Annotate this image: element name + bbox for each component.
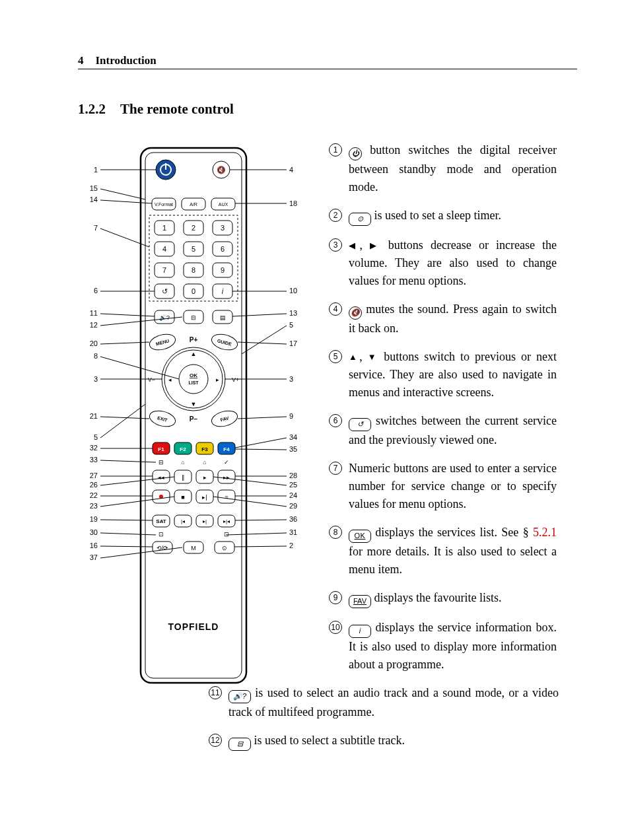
fav-button-icon: FAV (349, 595, 371, 608)
marker-2: 2 (329, 209, 342, 222)
desc-item-9: 9 FAV displays the favourite lists. (329, 589, 557, 608)
svg-text:12: 12 (90, 321, 98, 329)
svg-text:3: 3 (289, 375, 293, 383)
down-arrow-icon: ▼ (368, 352, 378, 362)
section-title-text: The remote control (120, 101, 234, 117)
desc-item-4: 4 🔇 mutes the sound. Press again to swit… (329, 300, 557, 337)
marker-5: 5 (329, 350, 342, 363)
svg-text:25: 25 (289, 481, 297, 489)
svg-text:35: 35 (289, 445, 297, 453)
svg-text:⊟: ⊟ (191, 314, 196, 321)
svg-text:▸|◂: ▸|◂ (223, 518, 230, 524)
svg-text:1: 1 (162, 224, 166, 232)
svg-text:SAT: SAT (156, 518, 166, 524)
power-icon: ⏻ (349, 147, 362, 160)
info-icon: i (349, 625, 371, 638)
remote-svg: 🔇 V.Format A/R AUX 1 2 3 4 5 6 7 (78, 141, 302, 696)
svg-text:LIST: LIST (188, 380, 199, 385)
svg-text:15: 15 (90, 184, 98, 192)
svg-text:19: 19 (90, 515, 98, 523)
marker-12: 12 (209, 734, 222, 747)
svg-text:TOPFIELD: TOPFIELD (168, 621, 219, 632)
sleep-icon: ⊙ (349, 213, 371, 226)
svg-text:29: 29 (289, 502, 297, 510)
svg-text:⊟: ⊟ (158, 459, 164, 466)
mute-icon: 🔇 (349, 306, 362, 320)
svg-text:3: 3 (221, 224, 225, 232)
svg-text:F3: F3 (201, 446, 208, 452)
marker-4: 4 (329, 302, 342, 316)
svg-text:28: 28 (289, 472, 297, 479)
svg-text:34: 34 (289, 433, 297, 441)
svg-text:6: 6 (94, 287, 98, 295)
svg-text:V+: V+ (232, 376, 239, 383)
page-number: 4 (78, 54, 84, 67)
svg-text:F1: F1 (158, 446, 164, 452)
svg-text:▸: ▸ (203, 474, 207, 481)
svg-text:3: 3 (94, 375, 98, 383)
desc-item-2: 2 ⊙ is used to set a sleep timer. (329, 207, 557, 226)
svg-text:30: 30 (90, 528, 98, 536)
section-heading: 1.2.2The remote control (78, 101, 577, 118)
svg-text:9: 9 (289, 412, 293, 420)
svg-text:37: 37 (90, 553, 98, 561)
svg-text:2: 2 (289, 542, 293, 549)
marker-7: 7 (329, 462, 342, 475)
svg-text:≡: ≡ (225, 494, 228, 501)
svg-text:F2: F2 (180, 446, 186, 452)
svg-text:|◂: |◂ (181, 518, 185, 524)
svg-text:▲: ▲ (191, 351, 197, 357)
marker-10: 10 (329, 621, 342, 634)
svg-text:⌂: ⌂ (203, 459, 206, 466)
svg-text:V.Format: V.Format (155, 202, 173, 207)
svg-text:4: 4 (162, 245, 166, 253)
svg-text:▼: ▼ (191, 401, 197, 407)
desc-item-10: 10 i displays the service information bo… (329, 619, 557, 674)
desc-item-8: 8 OK displays the services list. See § 5… (329, 524, 557, 578)
svg-text:2: 2 (192, 224, 195, 232)
svg-text:V−: V− (148, 376, 155, 383)
marker-8: 8 (329, 526, 342, 539)
svg-text:■: ■ (181, 494, 184, 501)
svg-text:◂◂: ◂◂ (158, 474, 164, 481)
svg-text:F4: F4 (223, 446, 230, 452)
xref-5-2-1[interactable]: 5.2.1 (533, 526, 557, 539)
svg-text:7: 7 (94, 224, 98, 232)
svg-text:AUX: AUX (219, 202, 228, 207)
chapter-name: Introduction (96, 54, 157, 67)
svg-text:A/R: A/R (190, 202, 197, 207)
section-number: 1.2.2 (78, 101, 106, 117)
desc-item-12: 12 ⊟ is used to select a subtitle track. (209, 732, 559, 751)
svg-point-52 (179, 365, 208, 394)
svg-text:36: 36 (289, 515, 297, 523)
svg-text:▤: ▤ (220, 314, 226, 321)
svg-text:21: 21 (90, 412, 98, 420)
marker-1: 1 (329, 143, 342, 157)
svg-text:23: 23 (90, 502, 98, 510)
svg-text:8: 8 (192, 266, 195, 274)
svg-text:↺: ↺ (162, 287, 168, 295)
svg-text:▸|: ▸| (202, 494, 207, 501)
svg-text:5: 5 (289, 321, 293, 329)
svg-text:22: 22 (90, 491, 98, 499)
marker-3: 3 (329, 238, 342, 252)
svg-text:⊡: ⊡ (224, 531, 229, 538)
svg-text:▸|: ▸| (203, 518, 207, 524)
svg-text:9: 9 (221, 266, 225, 274)
svg-line-134 (100, 404, 145, 438)
svg-text:P+: P+ (190, 336, 198, 343)
svg-text:0: 0 (192, 287, 195, 295)
svg-text:5: 5 (192, 245, 195, 253)
svg-text:17: 17 (289, 339, 297, 347)
svg-line-164 (242, 326, 287, 354)
svg-text:◂: ◂ (168, 376, 172, 383)
svg-text:✓: ✓ (224, 459, 229, 466)
svg-text:🔊?: 🔊? (159, 314, 170, 322)
svg-text:P−: P− (190, 415, 198, 423)
svg-text:⊡: ⊡ (158, 531, 164, 538)
svg-text:8: 8 (94, 352, 98, 360)
svg-text:16: 16 (90, 542, 98, 549)
up-arrow-icon: ▲ (349, 352, 359, 362)
right-arrow-icon: ▶ (370, 240, 381, 250)
svg-text:18: 18 (289, 199, 297, 207)
